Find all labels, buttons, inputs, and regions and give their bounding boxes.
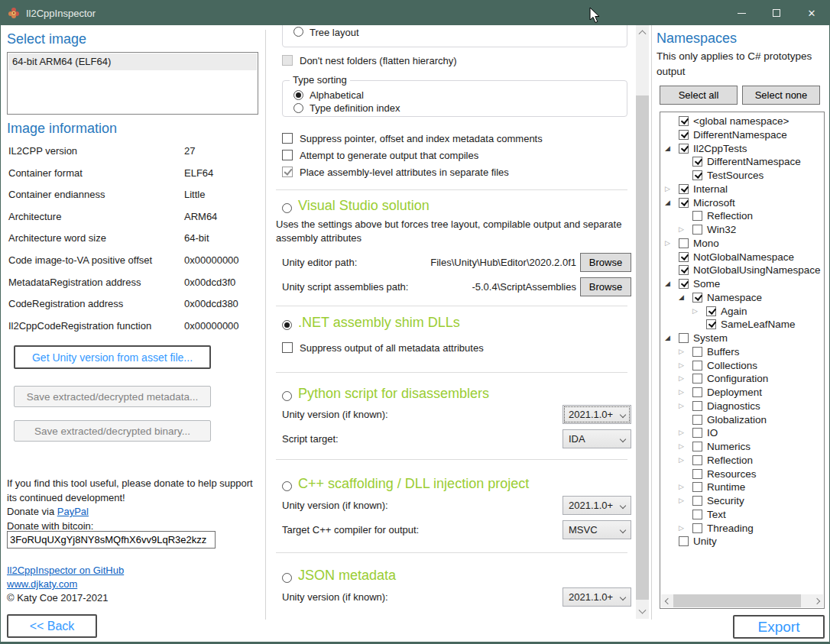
collapse-icon[interactable]: ◢ xyxy=(665,144,670,153)
tree-layout-label[interactable]: Tree layout xyxy=(310,27,359,38)
tree-item-checkbox[interactable] xyxy=(692,510,702,519)
unity-editor-path-value[interactable]: Files\Unity\Hub\Editor\2020.2.0f1 xyxy=(387,257,576,268)
tree-item-label[interactable]: Namespace xyxy=(707,292,762,303)
select-all-button[interactable]: Select all xyxy=(660,86,738,105)
image-list-item[interactable]: 64-bit ARM64 (ELF64) xyxy=(8,53,257,70)
expand-icon[interactable]: ▷ xyxy=(679,402,684,410)
script-target-select[interactable]: IDA xyxy=(563,429,631,448)
tree-item-label[interactable]: Reflection xyxy=(707,210,753,222)
suppress-comments-label[interactable]: Suppress pointer, offset and index metad… xyxy=(300,133,543,144)
tree-item-checkbox[interactable] xyxy=(692,496,702,506)
expand-icon[interactable]: ▷ xyxy=(679,524,684,532)
tree-item[interactable]: ▷Internal xyxy=(660,183,824,196)
compilable-output-checkbox[interactable] xyxy=(282,150,293,160)
collapse-icon[interactable]: ◢ xyxy=(679,293,684,302)
tree-item[interactable]: ◢Some xyxy=(660,277,824,291)
tree-item[interactable]: ◢Il2CppTests xyxy=(660,142,824,156)
tree-item-checkbox[interactable] xyxy=(692,482,702,492)
json-metadata-header[interactable]: JSON metadata xyxy=(298,568,396,584)
tree-item-checkbox[interactable] xyxy=(692,455,702,465)
tree-item-label[interactable]: Security xyxy=(707,495,744,506)
tree-item-label[interactable]: Threading xyxy=(707,523,754,534)
tree-item[interactable]: TestSources xyxy=(660,169,824,183)
expand-icon[interactable]: ▷ xyxy=(679,348,684,356)
cpp-scaffolding-radio[interactable] xyxy=(282,481,292,491)
tree-item-checkbox[interactable] xyxy=(679,238,689,248)
tree-item[interactable]: ▷Buffers xyxy=(660,345,824,359)
tree-item-checkbox[interactable] xyxy=(679,184,689,194)
tree-item-checkbox[interactable] xyxy=(692,225,702,235)
vs-solution-header[interactable]: Visual Studio solution xyxy=(298,198,430,214)
tree-item-label[interactable]: Mono xyxy=(693,238,719,249)
tree-item-label[interactable]: Reflection xyxy=(707,455,753,466)
expand-icon[interactable]: ▷ xyxy=(679,456,684,464)
cpp-scaffolding-header[interactable]: C++ scaffolding / DLL injection project xyxy=(298,476,529,492)
tree-item-label[interactable]: NotGlobalUsingNamespace xyxy=(693,264,821,276)
expand-icon[interactable]: ▷ xyxy=(665,239,670,248)
expand-icon[interactable]: ▷ xyxy=(679,442,684,451)
back-button[interactable]: << Back xyxy=(7,614,97,638)
sort-typedef-radio[interactable] xyxy=(293,103,303,113)
expand-icon[interactable]: ▷ xyxy=(679,429,684,437)
minimize-button[interactable] xyxy=(724,1,759,25)
separate-attrs-checkbox[interactable] xyxy=(282,167,293,177)
namespace-tree[interactable]: <global namespace>DifferentNamespace◢Il2… xyxy=(660,112,825,609)
flatten-checkbox[interactable] xyxy=(282,55,293,66)
tree-item[interactable]: DifferentNamespace xyxy=(660,155,824,169)
tree-item-label[interactable]: Diagnostics xyxy=(707,400,760,412)
tree-item-checkbox[interactable] xyxy=(706,319,716,329)
browse-editor-path-button[interactable]: Browse xyxy=(580,253,631,272)
tree-item-label[interactable]: <global namespace> xyxy=(693,115,789,127)
scrollbar-thumb[interactable] xyxy=(636,95,649,600)
scroll-down-arrow[interactable] xyxy=(636,606,649,619)
website-link[interactable]: www.djkaty.com xyxy=(7,578,77,590)
tree-item-label[interactable]: TestSources xyxy=(707,170,764,181)
tree-item-checkbox[interactable] xyxy=(692,442,702,451)
expand-icon[interactable]: ▷ xyxy=(692,307,698,316)
tree-layout-radio[interactable] xyxy=(293,27,303,37)
tree-item[interactable]: Resources xyxy=(660,468,824,481)
tree-item[interactable]: ▷Diagnostics xyxy=(660,400,824,413)
tree-item-label[interactable]: Collections xyxy=(707,360,757,371)
cpp-unity-version-select[interactable]: 2021.1.0+ xyxy=(563,496,631,515)
tree-item-checkbox[interactable] xyxy=(692,347,702,357)
collapse-icon[interactable]: ◢ xyxy=(665,199,670,207)
python-script-radio[interactable] xyxy=(282,391,292,401)
tree-item-checkbox[interactable] xyxy=(692,157,702,167)
tree-item[interactable]: ◢System xyxy=(660,332,824,345)
tree-item-checkbox[interactable] xyxy=(679,265,689,275)
tree-item[interactable]: ◢Namespace xyxy=(660,291,824,305)
tree-item[interactable]: ▷Configuration xyxy=(660,372,824,386)
tree-item-label[interactable]: Globalization xyxy=(707,414,767,426)
tree-item[interactable]: <global namespace> xyxy=(660,115,824,128)
tree-item-checkbox[interactable] xyxy=(679,333,689,343)
save-metadata-button[interactable]: Save extracted/decrypted metadata... xyxy=(14,386,211,407)
tree-item[interactable]: ▷Win32 xyxy=(660,223,824,237)
tree-item[interactable]: NotGlobalNamespace xyxy=(660,251,824,264)
tree-item-label[interactable]: Again xyxy=(721,306,747,317)
tree-item-checkbox[interactable] xyxy=(679,198,689,208)
tree-item-checkbox[interactable] xyxy=(692,361,702,371)
tree-item-checkbox[interactable] xyxy=(692,211,702,221)
tree-horizontal-scrollbar[interactable] xyxy=(661,594,823,607)
tree-item[interactable]: ▷Deployment xyxy=(660,386,824,400)
sort-alphabetical-radio[interactable] xyxy=(293,90,303,100)
tree-item[interactable]: Globalization xyxy=(660,413,824,427)
json-metadata-radio[interactable] xyxy=(282,573,292,583)
script-assemblies-path-value[interactable]: -5.0.4\ScriptAssemblies xyxy=(463,281,576,293)
vs-solution-radio[interactable] xyxy=(282,203,292,213)
tree-item[interactable]: SameLeafName xyxy=(660,318,824,332)
tree-item-checkbox[interactable] xyxy=(692,387,702,397)
tree-item-checkbox[interactable] xyxy=(692,523,702,533)
scroll-up-arrow[interactable] xyxy=(636,25,649,38)
suppress-metadata-attrs-checkbox[interactable] xyxy=(282,342,293,353)
tree-item[interactable]: ▷IO xyxy=(660,426,824,440)
paypal-link[interactable]: PayPal xyxy=(57,506,89,517)
tree-item-label[interactable]: Microsoft xyxy=(693,197,735,209)
options-scrollbar[interactable] xyxy=(636,25,649,619)
tree-item-label[interactable]: Deployment xyxy=(707,387,762,398)
tree-item-label[interactable]: Win32 xyxy=(707,224,736,235)
tree-item-checkbox[interactable] xyxy=(679,252,689,262)
tree-item-checkbox[interactable] xyxy=(692,293,702,303)
select-none-button[interactable]: Select none xyxy=(742,86,820,105)
